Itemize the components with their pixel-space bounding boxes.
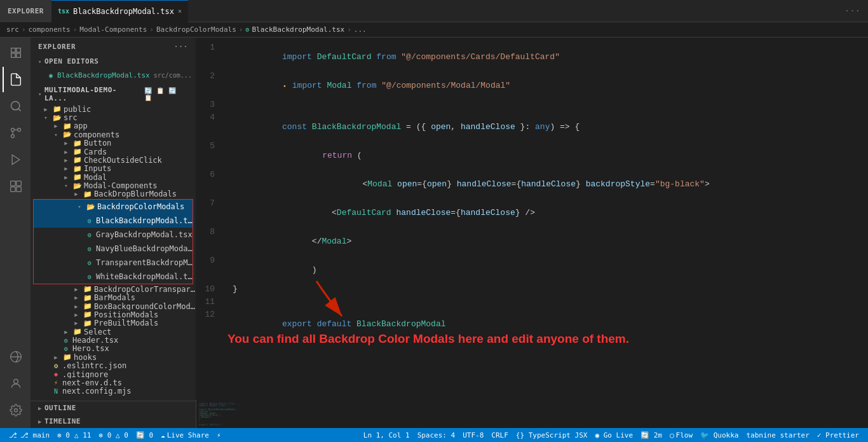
breadcrumb-icon: ⚙: [245, 26, 249, 33]
tsx-file-icon: ◉: [46, 72, 56, 79]
main-area: EXPLORER ··· ▾ OPEN EDITORS ◉ BlackBackd…: [0, 38, 868, 428]
header-tsx-icon: ⚙: [61, 337, 71, 344]
tab-bar: EXPLORER tsx BlackBackdropModal.tsx × ··…: [0, 0, 868, 22]
tree-item-backdropcolor[interactable]: ▾ 📂 BackdropColorModals: [34, 200, 193, 214]
status-tabnine[interactable]: tabnine starter: [742, 428, 813, 442]
tree-item-barmodals[interactable]: ▶ 📁 BarModals: [31, 294, 196, 302]
status-liveshare[interactable]: ☁ Live Share: [157, 428, 213, 442]
activity-debug[interactable]: [3, 147, 28, 172]
tree-item-white-backdrop[interactable]: ⚙ WhiteBackdropModal.tsx: [34, 270, 193, 284]
src-folder-icon: 📂: [52, 114, 62, 122]
active-tab[interactable]: tsx BlackBackdropModal.tsx ×: [51, 0, 188, 22]
select-folder-icon: 📁: [72, 328, 83, 336]
status-lightning[interactable]: ⚡: [213, 428, 225, 442]
editor-more-button[interactable]: ···: [837, 6, 868, 16]
tsx-icon-gray: ⚙: [85, 231, 95, 238]
tree-item-modal[interactable]: ▶ 📁 Modal: [31, 173, 196, 181]
tree-item-boxbgcolor[interactable]: ▶ 📁 BoxBackgroundColorModals: [31, 302, 196, 310]
activity-git[interactable]: [3, 120, 28, 146]
tsx-icon: tsx: [58, 8, 69, 15]
tree-item-button[interactable]: ▶ 📁 Button: [31, 139, 196, 148]
tree-item-transparent-backdrop[interactable]: ⚙ TransparentBackdropModa...: [34, 256, 193, 270]
tree-item-hooks[interactable]: ▶ 📁 hooks: [31, 353, 196, 361]
tree-item-positionmodals[interactable]: ▶ 📁 PositionModals: [31, 310, 196, 319]
status-quokka[interactable]: 🐦 Quokka: [696, 428, 742, 442]
tree-item-inputs[interactable]: ▶ 📁 Inputs: [31, 165, 196, 173]
editor-area: 1 import DefaultCard from "@/components/…: [196, 38, 868, 428]
status-sync[interactable]: 🔄 2m: [637, 428, 666, 442]
tree-item-backdropblur[interactable]: ▶ 📁 BackDropBlurModals: [31, 190, 196, 198]
status-encoding[interactable]: UTF-8: [459, 428, 487, 442]
tab-close-button[interactable]: ×: [178, 8, 182, 15]
svg-point-11: [15, 409, 18, 412]
status-spaces[interactable]: Spaces: 4: [414, 428, 459, 442]
open-editors-section: ▾ OPEN EDITORS ◉ BlackBackdropModal.tsx …: [31, 53, 196, 83]
tree-item-navyblue-backdrop[interactable]: ⚙ NavyBlueBackdropModal.tsx: [34, 242, 193, 256]
code-line-8: 8 </Modal>: [196, 227, 868, 256]
open-file-item[interactable]: ◉ BlackBackdropModal.tsx src/com...: [31, 68, 196, 82]
status-errors[interactable]: ⊗ 0 △ 11: [53, 428, 95, 442]
sidebar-more-button[interactable]: ···: [174, 43, 188, 51]
tree-item-app[interactable]: ▶ 📁 app: [31, 122, 196, 130]
status-golive[interactable]: ◉ Go Live: [591, 428, 637, 442]
tree-item-prebuiltmodals[interactable]: ▶ 📁 PreBuiltModals: [31, 319, 196, 328]
backdrop-color-modals-highlight: ▾ 📂 BackdropColorModals ⚙ BlackBackdropM…: [33, 199, 193, 284]
status-branch[interactable]: ⎇ ⎇ main: [5, 428, 53, 442]
activity-account[interactable]: [3, 371, 28, 396]
tree-item-black-backdrop[interactable]: ⚙ BlackBackdropModal.tsx: [34, 214, 193, 228]
status-info1[interactable]: ⊗ 0 △ 0: [95, 428, 132, 442]
backdropblur-folder-icon: 📁: [83, 190, 93, 198]
breadcrumb: src › components › Modal-Components › Ba…: [0, 22, 868, 38]
nextenv-icon: ⚡: [51, 379, 61, 386]
outline-header[interactable]: ▶ OUTLINE: [31, 401, 196, 415]
open-editors-header[interactable]: ▾ OPEN EDITORS: [31, 55, 196, 68]
tree-item-checkoutsideclick[interactable]: ▶ 📁 CheckOutsideClick: [31, 156, 196, 164]
tsx-icon-navy: ⚙: [85, 245, 95, 252]
tree-item-src[interactable]: ▾ 📂 src: [31, 113, 196, 121]
svg-rect-5: [11, 181, 16, 186]
tree-item-next-config[interactable]: N next.config.mjs: [31, 387, 196, 396]
svg-point-2: [18, 128, 21, 132]
tree-item-backdropcolortransparency[interactable]: ▶ 📁 BackdropColorTransparency...: [31, 285, 196, 293]
tree-item-hero-tsx[interactable]: ⚙ Hero.tsx: [31, 345, 196, 353]
tree-item-header-tsx[interactable]: ⚙ Header.tsx: [31, 336, 196, 344]
check-folder-icon: 📁: [72, 156, 83, 164]
status-lineending[interactable]: CRLF: [487, 428, 512, 442]
code-line-7: 7 <DefaultCard handleClose={handleClose}…: [196, 198, 868, 227]
explorer-title: EXPLORER: [0, 0, 51, 22]
activity-settings[interactable]: [3, 397, 28, 423]
svg-point-1: [11, 128, 15, 132]
svg-point-0: [11, 102, 20, 110]
activity-explorer[interactable]: [3, 40, 28, 66]
tree-item-components[interactable]: ▾ 📂 components: [31, 130, 196, 139]
status-sync-count[interactable]: 🔄 0: [132, 428, 157, 442]
backdropcolor-folder-icon: 📂: [86, 203, 96, 211]
status-language[interactable]: {} TypeScript JSX: [512, 428, 592, 442]
status-flow[interactable]: ◯ Flow: [666, 428, 696, 442]
tree-item-cards[interactable]: ▶ 📁 Cards: [31, 148, 196, 156]
inputs-folder-icon: 📁: [72, 165, 83, 173]
cards-folder-icon: 📁: [72, 148, 83, 156]
code-line-5: 5 return (: [196, 141, 868, 170]
code-content[interactable]: 1 import DefaultCard from "@/components/…: [196, 38, 868, 400]
components-folder-icon: 📂: [62, 130, 72, 139]
tree-item-modal-components[interactable]: ▾ 📂 Modal-Components: [31, 181, 196, 190]
tree-item-gray-backdrop[interactable]: ⚙ GrayBackdropModal.tsx: [34, 228, 193, 242]
timeline-header[interactable]: ▶ TIMELINE: [31, 415, 196, 428]
activity-search[interactable]: [3, 93, 28, 119]
tree-item-next-env[interactable]: ⚡ next-env.d.ts: [31, 378, 196, 387]
tree-item-select[interactable]: ▶ 📁 Select: [31, 328, 196, 336]
activity-files[interactable]: [3, 67, 28, 92]
status-position[interactable]: Ln 1, Col 1: [360, 428, 414, 442]
status-prettier[interactable]: ✓ Prettier: [813, 428, 863, 442]
tree-item-gitignore[interactable]: ◆ .gitignore: [31, 370, 196, 378]
minimap-content: import DefaultCard from ... import Modal…: [196, 400, 247, 428]
modal-components-folder-icon: 📂: [72, 182, 83, 190]
modal-folder-icon: 📁: [72, 173, 83, 181]
tree-item-eslintrc[interactable]: ⚙ .eslintrc.json: [31, 362, 196, 370]
activity-extensions[interactable]: [3, 174, 28, 199]
explorer-arrow: ▾: [38, 91, 42, 97]
tree-item-public[interactable]: ▶ 📁 public: [31, 105, 196, 113]
activity-remote[interactable]: [3, 344, 28, 369]
explorer-root-header[interactable]: ▾ MULTIMODAL-DEMO-LA... 🔄 📋 🔄 📋: [31, 83, 196, 105]
